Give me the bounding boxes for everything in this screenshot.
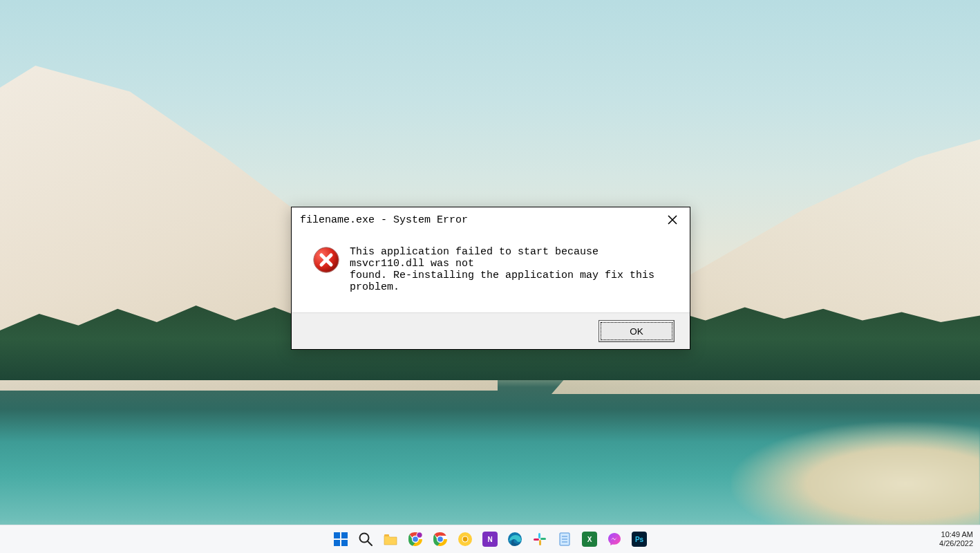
taskbar: N X bbox=[0, 525, 980, 553]
dialog-title: filename.exe - System Error bbox=[300, 214, 468, 226]
onenote-icon: N bbox=[482, 532, 498, 547]
taskbar-chrome-profile[interactable] bbox=[407, 531, 424, 547]
close-button[interactable] bbox=[662, 209, 683, 230]
photoshop-icon: Ps bbox=[632, 532, 647, 547]
edge-icon bbox=[507, 532, 522, 547]
windows-start-icon bbox=[333, 532, 348, 547]
svg-rect-19 bbox=[540, 538, 546, 540]
svg-line-7 bbox=[368, 541, 372, 545]
excel-icon: X bbox=[582, 532, 597, 547]
ok-button-label: OK bbox=[630, 326, 643, 337]
taskbar-onenote[interactable]: N bbox=[482, 531, 498, 547]
tray-time: 10:49 AM bbox=[941, 530, 973, 539]
chrome-icon bbox=[408, 532, 423, 547]
taskbar-messenger[interactable] bbox=[606, 531, 623, 547]
taskbar-slack[interactable] bbox=[531, 531, 548, 547]
folder-icon bbox=[383, 532, 398, 547]
taskbar-excel[interactable]: X bbox=[581, 531, 598, 547]
taskbar-edge[interactable] bbox=[507, 531, 523, 547]
taskbar-center: N X bbox=[332, 531, 648, 547]
taskbar-notepad[interactable] bbox=[556, 531, 573, 547]
svg-point-11 bbox=[417, 532, 422, 538]
taskbar-start-button[interactable] bbox=[332, 531, 349, 547]
chrome-icon bbox=[433, 532, 448, 547]
wallpaper-shore bbox=[731, 422, 980, 525]
svg-rect-8 bbox=[384, 534, 389, 536]
dialog-footer: OK bbox=[292, 313, 690, 349]
svg-point-16 bbox=[463, 537, 468, 542]
svg-rect-21 bbox=[534, 538, 539, 541]
slack-icon bbox=[532, 532, 547, 547]
close-icon bbox=[668, 215, 677, 225]
taskbar-chrome-canary[interactable] bbox=[457, 531, 473, 547]
svg-point-13 bbox=[437, 536, 444, 543]
messenger-icon bbox=[607, 532, 622, 547]
svg-rect-5 bbox=[341, 540, 348, 546]
taskbar-photoshop[interactable]: Ps bbox=[631, 531, 648, 547]
svg-rect-3 bbox=[341, 532, 348, 538]
chrome-canary-icon bbox=[458, 532, 473, 547]
notepad-icon bbox=[557, 532, 572, 547]
svg-rect-4 bbox=[334, 540, 340, 546]
ok-button[interactable]: OK bbox=[599, 320, 675, 342]
taskbar-file-explorer[interactable] bbox=[382, 531, 399, 547]
tray-date: 4/26/2022 bbox=[939, 539, 973, 548]
taskbar-chrome[interactable] bbox=[432, 531, 449, 547]
svg-rect-2 bbox=[334, 532, 340, 538]
svg-rect-18 bbox=[538, 533, 540, 538]
search-icon bbox=[358, 532, 373, 547]
svg-rect-20 bbox=[539, 540, 541, 545]
dialog-message: This application failed to start because… bbox=[350, 246, 672, 293]
dialog-titlebar[interactable]: filename.exe - System Error bbox=[292, 207, 690, 232]
system-tray[interactable]: 10:49 AM 4/26/2022 bbox=[939, 525, 973, 553]
error-icon bbox=[312, 246, 340, 276]
taskbar-search-button[interactable] bbox=[357, 531, 374, 547]
system-error-dialog: filename.exe - System Error This applica… bbox=[291, 207, 690, 350]
